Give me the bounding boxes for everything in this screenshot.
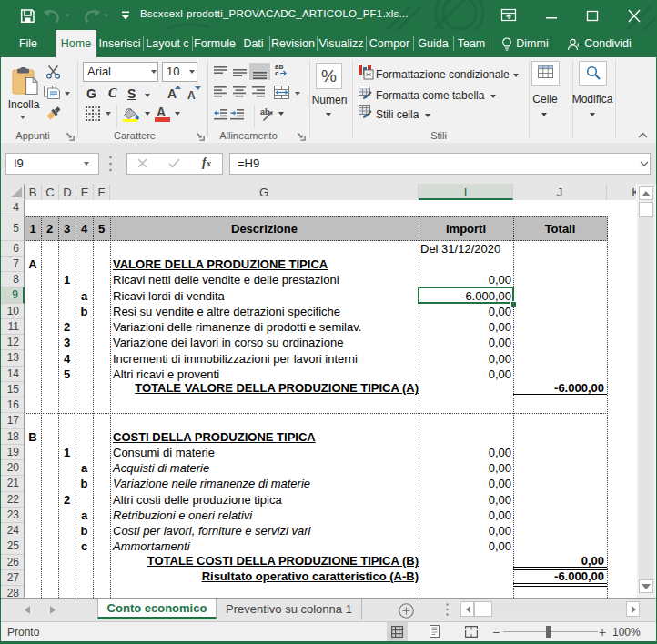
svg-text:c: c xyxy=(275,69,279,76)
